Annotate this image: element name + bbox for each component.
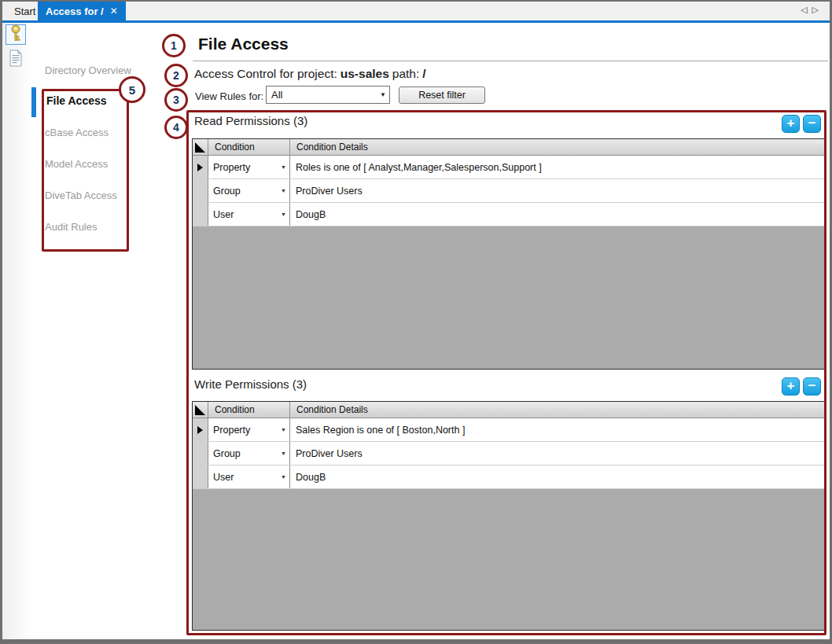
row-selector[interactable]: [193, 466, 208, 488]
sidebar-item-audit-rules[interactable]: Audit Rules: [45, 221, 97, 233]
page-title: File Access: [198, 35, 289, 53]
path-value: /: [422, 67, 425, 80]
table-row: Group▼ ProDiver Users: [193, 442, 825, 466]
toolbar-strip: [2, 23, 28, 639]
condition-dropdown[interactable]: Group▼: [208, 442, 290, 465]
write-permissions-grid: Condition Condition Details Property▼ Sa…: [192, 401, 826, 631]
write-permissions-title: Write Permissions (3): [194, 377, 307, 391]
chevron-down-icon: ▼: [278, 427, 289, 432]
condition-details-cell[interactable]: Sales Region is one of [ Boston,North ]: [290, 418, 825, 441]
title-separator: [193, 61, 828, 61]
callout-1-number: 1: [171, 39, 177, 52]
project-name: us-sales: [341, 67, 389, 80]
chevron-down-icon: ▼: [278, 164, 289, 170]
read-grid-header: Condition Condition Details: [193, 139, 825, 156]
condition-details-cell[interactable]: Roles is one of [ Analyst,Manager,Salesp…: [290, 156, 825, 178]
write-add-button[interactable]: +: [782, 377, 800, 396]
tab-access-label: Access for /: [46, 6, 104, 17]
row-selector[interactable]: [193, 156, 208, 178]
sidebar-item-cbase-access[interactable]: cBase Access: [45, 127, 109, 138]
condition-dropdown[interactable]: Property▼: [208, 156, 290, 178]
condition-column-header[interactable]: Condition: [208, 139, 290, 155]
callout-4-number: 4: [173, 121, 179, 134]
tab-start-label: Start: [14, 6, 35, 17]
read-remove-button[interactable]: −: [803, 115, 821, 133]
view-rules-dropdown[interactable]: All ▼: [266, 86, 390, 104]
read-permissions-title: Read Permissions (3): [194, 114, 307, 127]
scroll-right-icon[interactable]: ▷: [812, 5, 823, 14]
close-icon[interactable]: ✕: [110, 6, 118, 17]
sidebar-item-model-access[interactable]: Model Access: [45, 158, 108, 170]
condition-value: User: [208, 472, 278, 483]
table-row: Property▼ Sales Region is one of [ Bosto…: [193, 418, 825, 442]
table-row: Property▼ Roles is one of [ Analyst,Mana…: [193, 156, 825, 179]
condition-value: Group: [208, 448, 278, 459]
read-permissions-grid: Condition Condition Details Property▼ Ro…: [192, 138, 826, 370]
reset-filter-label: Reset filter: [418, 90, 466, 101]
callout-3-number: 3: [173, 94, 179, 106]
callout-5-number: 5: [129, 83, 135, 97]
app-window: Start Access for / ✕ ◁▷: [0, 0, 832, 644]
condition-dropdown[interactable]: User▼: [208, 466, 290, 488]
callout-1: 1: [162, 34, 186, 57]
callout-4: 4: [164, 116, 188, 139]
current-row-icon: [197, 164, 203, 171]
sidebar-item-file-access[interactable]: File Access: [46, 94, 107, 107]
chevron-down-icon: ▼: [377, 91, 389, 98]
document-tool-button[interactable]: [6, 50, 26, 70]
write-remove-button[interactable]: −: [803, 377, 821, 396]
grid-empty-area: [193, 489, 825, 630]
row-selector[interactable]: [193, 179, 208, 202]
condition-value: User: [208, 209, 278, 220]
row-selector[interactable]: [193, 418, 208, 441]
chevron-down-icon: ▼: [278, 212, 289, 217]
document-icon: [9, 50, 23, 70]
write-grid-header: Condition Condition Details: [193, 402, 825, 418]
read-add-button[interactable]: +: [782, 115, 800, 133]
table-row: Group▼ ProDiver Users: [193, 179, 825, 203]
condition-details-cell[interactable]: DougB: [290, 466, 825, 488]
callout-3: 3: [164, 88, 188, 112]
condition-details-cell[interactable]: ProDiver Users: [290, 442, 825, 465]
callout-2-number: 2: [173, 69, 179, 82]
access-control-tool-button[interactable]: [6, 24, 26, 45]
view-rules-label: View Rules for:: [195, 90, 263, 102]
callout-5: 5: [119, 76, 145, 103]
condition-dropdown[interactable]: User▼: [208, 203, 290, 226]
grid-empty-area: [193, 226, 825, 369]
chevron-down-icon: ▼: [278, 451, 289, 456]
condition-value: Property: [208, 425, 278, 436]
chevron-down-icon: ▼: [278, 188, 289, 193]
callout-2: 2: [164, 64, 188, 87]
condition-details-column-header[interactable]: Condition Details: [290, 139, 825, 155]
tab-access-for[interactable]: Access for / ✕: [38, 2, 126, 20]
table-row: User▼ DougB: [193, 203, 825, 226]
condition-details-column-header[interactable]: Condition Details: [290, 402, 825, 418]
select-all-cell[interactable]: [193, 402, 208, 418]
tab-scroll-arrows: ◁▷: [801, 5, 823, 15]
table-row: User▼ DougB: [193, 466, 825, 489]
nav-selected-indicator: [31, 87, 36, 117]
view-rules-value: All: [267, 89, 377, 101]
select-all-icon: [195, 405, 205, 415]
condition-value: Group: [208, 186, 278, 197]
scroll-left-icon[interactable]: ◁: [801, 5, 812, 14]
condition-details-cell[interactable]: DougB: [290, 203, 825, 226]
row-selector[interactable]: [193, 203, 208, 226]
access-prefix: Access Control for project:: [194, 67, 337, 80]
select-all-cell[interactable]: [193, 139, 208, 155]
condition-value: Property: [208, 162, 278, 173]
path-label: path:: [392, 67, 419, 80]
condition-column-header[interactable]: Condition: [208, 402, 290, 418]
condition-dropdown[interactable]: Property▼: [208, 418, 290, 441]
condition-details-cell[interactable]: ProDiver Users: [290, 179, 825, 202]
sidebar-item-directory-overview[interactable]: Directory Overview: [45, 64, 131, 76]
current-row-icon: [197, 426, 203, 434]
reset-filter-button[interactable]: Reset filter: [399, 86, 485, 104]
row-selector[interactable]: [193, 442, 208, 465]
tabbar-accent-line: [2, 20, 830, 23]
tab-bar: Start Access for / ✕ ◁▷: [2, 2, 830, 20]
sidebar-item-divetab-access[interactable]: DiveTab Access: [45, 190, 117, 201]
key-icon: [8, 24, 24, 45]
condition-dropdown[interactable]: Group▼: [208, 179, 290, 202]
